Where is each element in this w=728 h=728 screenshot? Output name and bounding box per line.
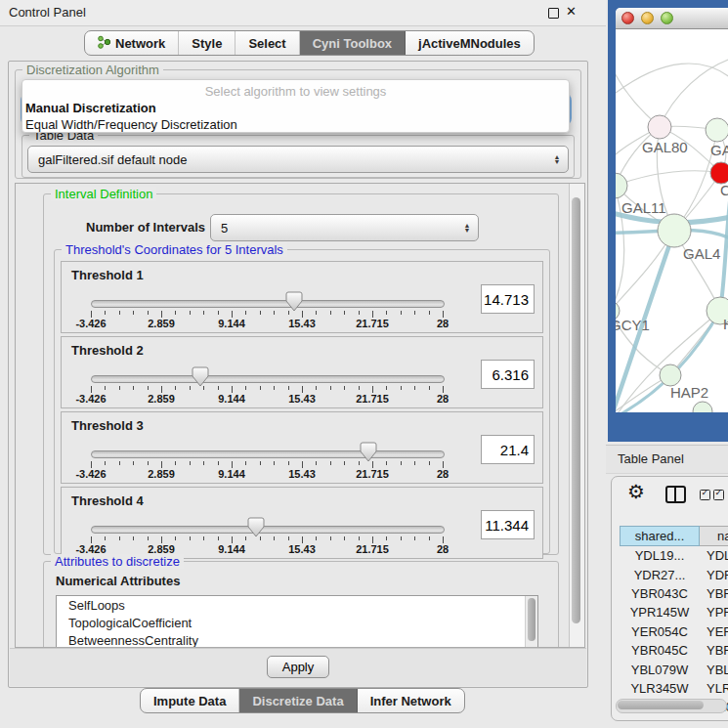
table-row[interactable]: YDR27...YDR2 (620, 565, 728, 583)
table-row[interactable]: YBL079WYBL0 (620, 660, 728, 678)
tick-mark (232, 386, 233, 393)
close-icon[interactable]: ✕ (566, 4, 577, 19)
tick-label: 28 (437, 543, 449, 555)
tab-style[interactable]: Style (179, 31, 236, 55)
network-node-gal80[interactable] (648, 115, 671, 139)
float-window-icon[interactable] (548, 8, 559, 19)
tab-impute-data[interactable]: Impute Data (141, 689, 239, 712)
slider-track[interactable] (91, 375, 445, 383)
threshold-value-input[interactable] (481, 435, 535, 464)
gear-icon[interactable]: ⚙ (627, 480, 645, 503)
tick-mark (260, 386, 261, 390)
network-node[interactable] (693, 402, 712, 412)
slider-thumb[interactable] (360, 442, 377, 462)
settings-vertical-scrollbar[interactable] (569, 184, 584, 647)
network-node-ga[interactable] (706, 118, 728, 142)
network-node-gal11[interactable] (616, 173, 627, 198)
tick-mark (386, 386, 387, 390)
column-header-shared-name[interactable]: shared... (620, 526, 700, 546)
threshold-value-input[interactable] (481, 360, 535, 389)
tick-mark (119, 461, 120, 465)
table-row[interactable]: YER054CYER0 (620, 622, 728, 641)
algorithm-option[interactable]: Manual Discretization (22, 100, 569, 116)
tick-mark (316, 536, 317, 540)
tick-mark (148, 311, 149, 315)
combo-arrows-icon: ▲▼ (459, 223, 475, 233)
slider-track[interactable] (91, 300, 445, 308)
network-edge[interactable] (660, 59, 728, 127)
network-node-hap2[interactable] (660, 364, 681, 386)
tab-label: Impute Data (153, 694, 226, 708)
tick-mark (232, 311, 233, 318)
table-horizontal-scrollbar[interactable] (616, 699, 727, 713)
tick-mark (372, 536, 373, 543)
attribute-list-item[interactable]: BetweennessCentrality (57, 631, 537, 648)
table-row[interactable]: YDL19...YDL1 (620, 546, 728, 565)
tick-mark (218, 536, 219, 540)
list-scrollbar[interactable] (525, 596, 537, 648)
close-traffic-light-icon[interactable] (621, 12, 634, 24)
slider-track[interactable] (91, 450, 445, 458)
table-data-combobox[interactable]: galFiltered.sif default node ▲▼ (27, 146, 569, 173)
network-canvas[interactable]: GAL80GACGAL11GAL4GCY1HHAP2 (616, 29, 728, 412)
tick-mark (190, 461, 191, 465)
slider-thumb[interactable] (192, 366, 209, 387)
table-row[interactable]: YBR043CYBR0 (620, 584, 728, 603)
tick-mark (133, 386, 134, 390)
tick-mark (175, 461, 176, 465)
tick-mark (175, 536, 176, 540)
tab-jactivemnodules[interactable]: jActiveMNodules (406, 31, 534, 55)
cell-name: YPR1 (700, 605, 728, 620)
tab-network[interactable]: Network (85, 31, 179, 55)
zoom-traffic-light-icon[interactable] (661, 12, 673, 24)
tick-label: -3.426 (75, 318, 106, 329)
network-node-label: GAL80 (642, 139, 688, 155)
threshold-value-input[interactable] (481, 510, 535, 539)
network-icon (98, 35, 110, 52)
network-node-c[interactable] (710, 162, 728, 184)
tick-mark (302, 386, 303, 393)
network-node-gal4[interactable] (658, 214, 691, 247)
apply-button[interactable]: Apply (267, 656, 329, 678)
algorithm-popup-options: Manual DiscretizationEqual Width/Frequen… (22, 100, 569, 133)
number-of-intervals-combobox[interactable]: 5 ▲▼ (210, 214, 479, 241)
settings-scrollbar-thumb[interactable] (572, 197, 580, 623)
tick-label: 9.144 (218, 468, 245, 480)
threshold-value-input[interactable] (481, 284, 535, 314)
tick-mark (133, 461, 134, 465)
slider-thumb[interactable] (247, 517, 265, 537)
tab-cyni-toolbox[interactable]: Cyni Toolbox (300, 31, 406, 55)
table-row[interactable]: YPR145WYPR1 (620, 603, 728, 621)
list-scrollbar-thumb[interactable] (528, 598, 535, 641)
tab-label: Discretize Data (252, 694, 343, 708)
table-row[interactable]: YBR045CYBR0 (620, 641, 728, 660)
table-scrollbar-thumb[interactable] (618, 701, 704, 709)
network-edge[interactable] (720, 192, 728, 311)
split-columns-icon[interactable] (665, 486, 686, 503)
table-panel-title: Table Panel (618, 451, 684, 466)
algorithm-option[interactable]: Equal Width/Frequency Discretization (22, 116, 569, 133)
checkbox-icon[interactable] (713, 490, 724, 500)
tick-mark (105, 536, 106, 540)
tick-mark (274, 536, 275, 540)
threshold-label: Threshold 1 (71, 268, 144, 282)
tick-mark (274, 386, 275, 390)
column-header-name[interactable]: na (700, 526, 728, 546)
slider-track[interactable] (91, 526, 445, 534)
tick-mark (288, 461, 289, 465)
attributes-group-title: Attributes to discretize (51, 554, 184, 569)
tick-mark (302, 536, 303, 543)
combo-arrows-icon: ▲▼ (549, 154, 565, 164)
tab-discretize-data[interactable]: Discretize Data (239, 689, 357, 712)
checkbox-icon[interactable] (700, 490, 710, 500)
node-table-header: shared... na (620, 526, 728, 546)
attribute-list-item[interactable]: TopologicalCoefficient (57, 614, 537, 631)
network-edge[interactable] (616, 37, 660, 127)
tab-select[interactable]: Select (236, 31, 299, 55)
table-row[interactable]: YLR345WYLR3 (620, 679, 728, 698)
attribute-list-item[interactable]: SelfLoops (57, 596, 537, 614)
slider-thumb[interactable] (285, 291, 303, 312)
tab-infer-network[interactable]: Infer Network (358, 689, 464, 712)
tick-mark (429, 311, 430, 315)
minimize-traffic-light-icon[interactable] (641, 12, 654, 24)
